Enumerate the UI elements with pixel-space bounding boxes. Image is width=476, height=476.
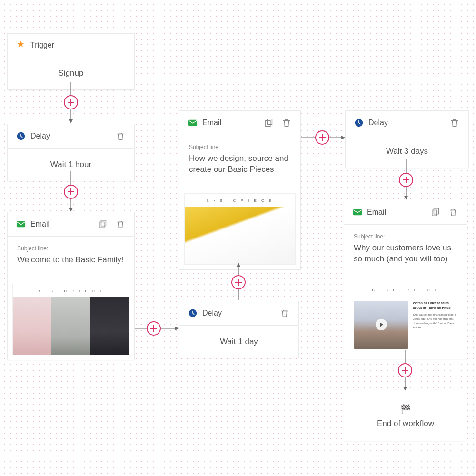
mail-icon <box>188 118 198 128</box>
workflow-node-email[interactable]: Email Subject line: Why our customers lo… <box>344 200 467 359</box>
email-preview: B · S I C P I E C E <box>184 193 296 265</box>
delete-button[interactable] <box>279 308 290 318</box>
mail-icon <box>353 208 362 217</box>
workflow-node-delay[interactable]: Delay Wait 3 days <box>345 110 469 168</box>
node-type-label: Email <box>30 220 93 228</box>
node-type-label: Email <box>367 208 426 217</box>
add-step-button[interactable] <box>64 185 78 199</box>
workflow-node-email[interactable]: Email Subject line: Welcome to the Basic… <box>7 212 135 360</box>
add-step-button[interactable] <box>398 363 412 377</box>
node-type-label: Trigger <box>30 41 126 50</box>
workflow-node-trigger[interactable]: Trigger Signup <box>7 33 135 90</box>
workflow-node-delay[interactable]: Delay Wait 1 hour <box>7 124 135 181</box>
node-type-label: Delay <box>202 309 275 317</box>
duplicate-button[interactable] <box>264 118 275 128</box>
delete-button[interactable] <box>115 131 126 141</box>
preview-copy: She bought her first Basic Piece 4 years… <box>413 313 456 329</box>
add-step-button[interactable] <box>231 275 246 289</box>
node-type-label: Delay <box>368 119 445 127</box>
preview-brand: B · S I C P I E C E <box>349 283 462 296</box>
workflow-node-email[interactable]: Email Subject line: How we design, sourc… <box>179 110 301 270</box>
flag-icon: 🏁 <box>349 404 462 414</box>
preview-brand: B · S I C P I E C E <box>185 194 295 207</box>
workflow-node-end[interactable]: 🏁 End of workflow <box>344 391 467 441</box>
node-body: Signup <box>8 57 134 89</box>
delete-button[interactable] <box>281 118 292 128</box>
add-step-button[interactable] <box>64 95 78 109</box>
delete-button[interactable] <box>115 219 126 229</box>
node-body: Wait 1 hour <box>8 149 134 181</box>
clock-icon <box>354 118 364 128</box>
subject-line: Why our customers love us so much (and y… <box>354 243 457 265</box>
add-step-button[interactable] <box>147 321 161 336</box>
delete-button[interactable] <box>449 118 460 128</box>
play-icon <box>376 319 387 330</box>
spark-icon <box>16 40 26 50</box>
duplicate-button[interactable] <box>98 219 109 229</box>
duplicate-button[interactable] <box>431 207 441 218</box>
subject-label: Subject line: <box>354 233 457 240</box>
email-preview: B · S I C P I E C E <box>12 284 129 355</box>
node-type-label: Delay <box>30 132 110 140</box>
subject-line: Welcome to the Basic Family! <box>17 255 125 266</box>
email-preview: B · S I C P I E C E Watch as Odessa talk… <box>349 283 462 354</box>
node-body: Wait 3 days <box>346 135 468 168</box>
add-step-button[interactable] <box>399 173 413 187</box>
subject-line: How we design, source and create our Bas… <box>189 153 291 175</box>
node-body: Wait 1 day <box>179 326 298 358</box>
end-label: End of workflow <box>377 419 434 428</box>
clock-icon <box>188 308 198 318</box>
workflow-node-delay[interactable]: Delay Wait 1 day <box>179 301 299 358</box>
node-type-label: Email <box>202 119 259 127</box>
subject-label: Subject line: <box>189 144 291 150</box>
subject-label: Subject line: <box>17 245 125 252</box>
preview-brand: B · S I C P I E C E <box>13 284 129 297</box>
add-step-button[interactable] <box>315 130 329 145</box>
delete-button[interactable] <box>448 207 458 218</box>
mail-icon <box>16 219 26 229</box>
preview-headline: Watch as Odessa talks about her favorite… <box>413 301 457 311</box>
clock-icon <box>16 131 26 141</box>
